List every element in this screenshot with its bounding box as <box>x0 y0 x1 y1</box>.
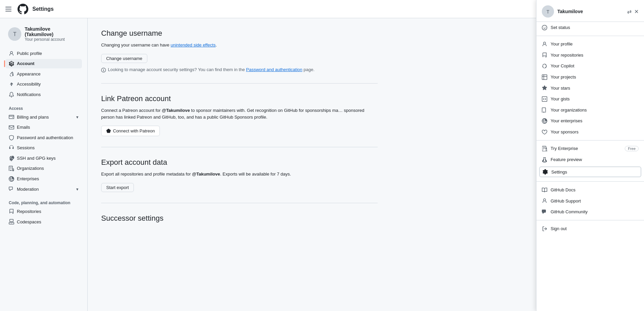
section-title: Link Patreon account <box>101 94 378 103</box>
connect-patreon-button[interactable]: ⬟ Connect with Patreon <box>101 126 160 136</box>
sidebar-item-password[interactable]: Password and authentication <box>5 133 82 143</box>
dropdown-item-set-status[interactable]: Set status <box>536 22 644 33</box>
sidebar-item-label: Accessibility <box>17 82 41 87</box>
dropdown-item-label: Settings <box>551 169 567 175</box>
dropdown-item-your-sponsors[interactable]: Your sponsors <box>536 126 644 137</box>
sidebar-item-public-profile[interactable]: Public profile <box>5 49 82 58</box>
dropdown-item-github-docs[interactable]: GitHub Docs <box>536 184 644 195</box>
change-username-button[interactable]: Change username <box>101 54 147 63</box>
sign-out-icon <box>542 226 547 231</box>
dropdown-item-label: Your Copilot <box>551 63 574 68</box>
hamburger-menu[interactable] <box>5 5 13 13</box>
dropdown-item-github-community[interactable]: GitHub Community <box>536 206 644 217</box>
unintended-side-effects-link[interactable]: unintended side effects <box>171 42 215 48</box>
github-logo[interactable] <box>18 4 28 14</box>
smiley-icon <box>542 25 547 30</box>
heart-icon <box>542 129 547 135</box>
sidebar-item-notifications[interactable]: Notifications <box>5 90 82 99</box>
dropdown-item-label: Feature preview <box>551 157 582 162</box>
star-icon <box>542 85 547 91</box>
organization-icon <box>542 107 547 113</box>
repo-icon <box>542 52 547 58</box>
sidebar-item-organizations[interactable]: Organizations <box>5 164 82 174</box>
sidebar-item-label: Password and authentication <box>17 135 73 140</box>
sidebar-item-accessibility[interactable]: Accessibility <box>5 80 82 89</box>
dropdown-item-sign-out[interactable]: Sign out <box>536 223 644 234</box>
dropdown-item-your-gists[interactable]: Your gists <box>536 93 644 104</box>
dropdown-username: Takumilove <box>557 9 624 14</box>
comment-icon <box>542 209 547 215</box>
dropdown-item-label: GitHub Community <box>551 209 588 214</box>
sidebar-item-ssh-gpg[interactable]: SSH and GPG keys <box>5 153 82 163</box>
sidebar-item-appearance[interactable]: Appearance <box>5 69 82 79</box>
section-successor-settings: Successor settings <box>101 214 378 238</box>
dropdown-item-feature-preview[interactable]: Feature preview <box>536 154 644 165</box>
svg-text:T: T <box>13 31 17 37</box>
dropdown-item-label: Your projects <box>551 74 576 80</box>
dropdown-item-your-repositories[interactable]: Your repositories <box>536 50 644 61</box>
dropdown-item-try-enterprise[interactable]: Try Enterprise Free <box>536 143 644 154</box>
dropdown-item-your-stars[interactable]: Your stars <box>536 83 644 94</box>
avatar: T <box>8 27 21 41</box>
book-icon <box>542 187 547 193</box>
dropdown-item-settings[interactable]: Settings <box>539 166 641 178</box>
dropdown-header: T Takumilove ⇄ ✕ <box>536 0 644 22</box>
credit-card-icon <box>9 114 14 120</box>
sidebar-item-emails[interactable]: Emails <box>5 122 82 132</box>
dropdown-item-label: GitHub Docs <box>551 187 576 192</box>
close-icon[interactable]: ✕ <box>634 8 639 15</box>
free-badge: Free <box>625 146 639 151</box>
sidebar-item-label: Notifications <box>17 92 41 97</box>
repo-icon <box>9 209 14 214</box>
sidebar-section-access: Access <box>5 102 82 112</box>
sidebar-item-billing[interactable]: Billing and plans ▾ <box>5 112 82 122</box>
dropdown-item-your-projects[interactable]: Your projects <box>536 71 644 83</box>
person-icon <box>542 198 547 204</box>
sidebar-item-sessions[interactable]: Sessions <box>5 143 82 153</box>
main-content: Change username Changing your username c… <box>88 18 391 311</box>
dropdown-divider <box>536 36 644 36</box>
sidebar-user: T Takumilove (Takumilove) Your personal … <box>5 26 82 42</box>
page-title: Settings <box>32 6 54 12</box>
sidebar-item-label: Billing and plans <box>17 115 49 120</box>
dropdown-item-github-support[interactable]: GitHub Support <box>536 195 644 207</box>
dropdown-divider <box>536 220 644 220</box>
dropdown-item-your-copilot[interactable]: Your Copilot <box>536 61 644 72</box>
beaker-icon <box>542 157 547 162</box>
sidebar-item-label: Appearance <box>17 71 40 76</box>
accessibility-icon <box>9 82 14 87</box>
dropdown-item-label: Try Enterprise <box>551 146 578 151</box>
table-icon <box>542 74 547 80</box>
sidebar-item-account[interactable]: Account <box>5 59 82 69</box>
radio-icon <box>9 145 14 151</box>
dropdown-item-your-enterprises[interactable]: Your enterprises <box>536 116 644 127</box>
section-desc: Connect a Patreon account for @Takumilov… <box>101 107 378 120</box>
info-icon <box>101 67 106 73</box>
sidebar-item-label: Repositories <box>17 209 41 214</box>
refresh-icon[interactable]: ⇄ <box>627 8 632 15</box>
copilot-icon <box>542 63 547 69</box>
password-auth-link[interactable]: Password and authentication <box>246 67 302 72</box>
globe-icon <box>542 118 547 124</box>
dropdown-item-your-profile[interactable]: Your profile <box>536 39 644 50</box>
sidebar-item-enterprises[interactable]: Enterprises <box>5 174 82 184</box>
sidebar-item-label: Emails <box>17 125 30 130</box>
start-export-button[interactable]: Start export <box>101 183 134 192</box>
gear-icon <box>9 61 14 67</box>
dropdown-item-label: Your stars <box>551 86 570 91</box>
mail-icon <box>9 124 14 130</box>
sidebar-item-label: Enterprises <box>17 176 39 181</box>
dropdown-item-label: Your sponsors <box>551 129 579 134</box>
section-change-username: Change username Changing your username c… <box>101 29 378 84</box>
dropdown-item-your-organizations[interactable]: Your organizations <box>536 104 644 116</box>
sidebar-item-label: Organizations <box>17 166 44 171</box>
dropdown-item-label: Your enterprises <box>551 118 582 123</box>
sidebar-item-codespaces[interactable]: Codespaces <box>5 217 82 227</box>
sidebar-item-label: Account <box>17 61 34 66</box>
chevron-down-icon: ▾ <box>76 187 79 192</box>
sidebar-item-repositories[interactable]: Repositories <box>5 207 82 216</box>
person-icon <box>9 51 14 56</box>
sidebar-item-moderation[interactable]: Moderation ▾ <box>5 184 82 194</box>
sidebar-user-subtitle: Your personal account <box>25 37 79 42</box>
dropdown-item-label: Sign out <box>551 226 567 231</box>
